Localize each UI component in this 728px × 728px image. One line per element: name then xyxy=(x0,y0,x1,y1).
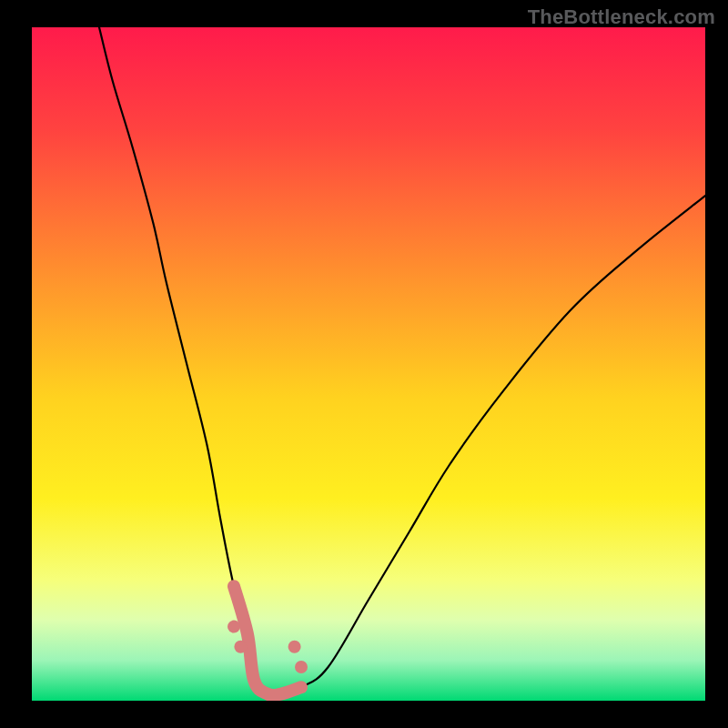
svg-point-3 xyxy=(288,641,301,653)
svg-point-1 xyxy=(228,621,240,633)
bottleneck-chart xyxy=(0,0,728,728)
chart-root: { "watermark": "TheBottleneck.com", "cha… xyxy=(0,0,728,728)
watermark-text: TheBottleneck.com xyxy=(528,5,715,29)
svg-point-4 xyxy=(295,661,308,673)
svg-point-2 xyxy=(234,641,247,653)
